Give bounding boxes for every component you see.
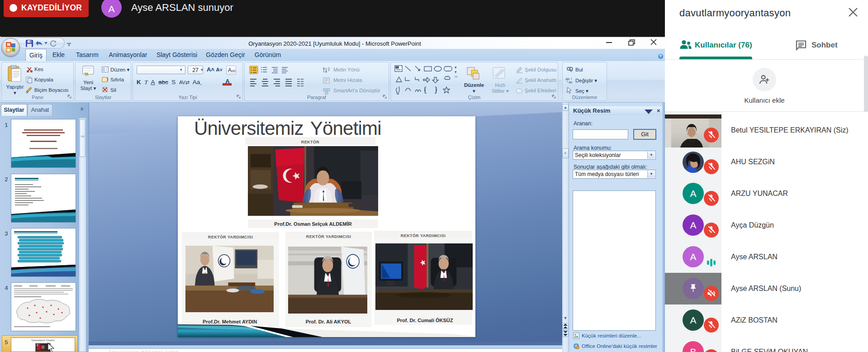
- svg-text:Üniversitemiz Yönetimi: Üniversitemiz Yönetimi: [31, 339, 54, 342]
- svg-text:ac: ac: [569, 80, 572, 84]
